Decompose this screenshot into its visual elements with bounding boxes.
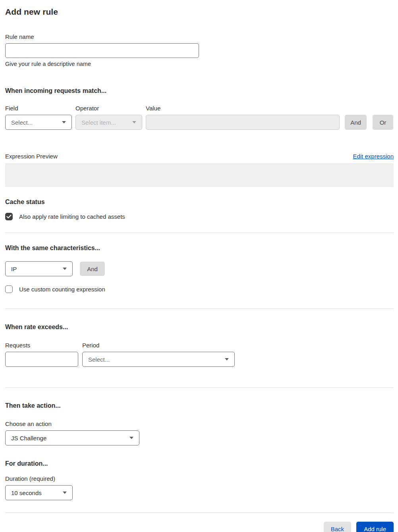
- checkmark-icon: [6, 214, 12, 219]
- period-select[interactable]: Select...: [82, 352, 235, 367]
- characteristic-select[interactable]: IP: [5, 261, 73, 276]
- custom-counting-checkbox[interactable]: [5, 285, 13, 293]
- action-select[interactable]: JS Challenge: [5, 430, 139, 445]
- custom-counting-label: Use custom counting expression: [19, 286, 105, 293]
- cache-checkbox[interactable]: [5, 213, 13, 220]
- divider: [5, 387, 394, 388]
- operator-select-value: Select item...: [81, 119, 116, 126]
- requests-input[interactable]: [5, 352, 78, 367]
- cache-status-heading: Cache status: [5, 199, 393, 206]
- duration-label: Duration (required): [5, 475, 393, 482]
- and-button[interactable]: And: [345, 115, 367, 130]
- duration-select-value: 10 seconds: [11, 490, 42, 496]
- rate-heading: When rate exceeds...: [5, 324, 393, 331]
- period-select-value: Select...: [88, 356, 110, 363]
- value-label: Value: [146, 105, 340, 112]
- chevron-down-icon: [225, 358, 229, 360]
- add-rule-button[interactable]: Add rule: [356, 522, 394, 532]
- field-select[interactable]: Select...: [5, 115, 72, 130]
- operator-select[interactable]: Select item...: [75, 115, 142, 130]
- divider: [5, 233, 394, 233]
- chevron-down-icon: [63, 492, 67, 494]
- expression-preview-label: Expression Preview: [5, 153, 58, 160]
- rule-name-label: Rule name: [5, 33, 393, 40]
- match-section-heading: When incoming requests match...: [5, 87, 393, 94]
- characteristic-select-value: IP: [11, 266, 17, 272]
- chevron-down-icon: [62, 121, 66, 123]
- duration-heading: For duration...: [5, 460, 393, 467]
- rule-name-helper: Give your rule a descriptive name: [5, 61, 393, 67]
- characteristics-and-button[interactable]: And: [80, 262, 105, 276]
- value-input[interactable]: [146, 115, 340, 130]
- expression-preview-box: [5, 163, 394, 187]
- or-button[interactable]: Or: [373, 115, 393, 130]
- divider: [5, 513, 394, 513]
- field-select-value: Select...: [11, 119, 33, 126]
- chevron-down-icon: [132, 121, 136, 123]
- divider: [5, 308, 394, 309]
- requests-label: Requests: [5, 342, 78, 349]
- characteristics-heading: With the same characteristics...: [5, 245, 393, 252]
- cache-checkbox-label: Also apply rate limiting to cached asset…: [19, 213, 125, 220]
- field-label: Field: [5, 105, 72, 112]
- action-select-value: JS Challenge: [11, 435, 46, 441]
- chevron-down-icon: [63, 268, 67, 270]
- back-button[interactable]: Back: [324, 522, 351, 532]
- edit-expression-link[interactable]: Edit expression: [353, 153, 394, 160]
- page-title: Add new rule: [5, 7, 393, 17]
- choose-action-label: Choose an action: [5, 420, 393, 427]
- operator-label: Operator: [75, 105, 142, 112]
- duration-select[interactable]: 10 seconds: [5, 485, 73, 500]
- rule-name-input[interactable]: [5, 43, 199, 58]
- action-heading: Then take action...: [5, 402, 393, 409]
- period-label: Period: [82, 342, 99, 349]
- chevron-down-icon: [129, 437, 133, 439]
